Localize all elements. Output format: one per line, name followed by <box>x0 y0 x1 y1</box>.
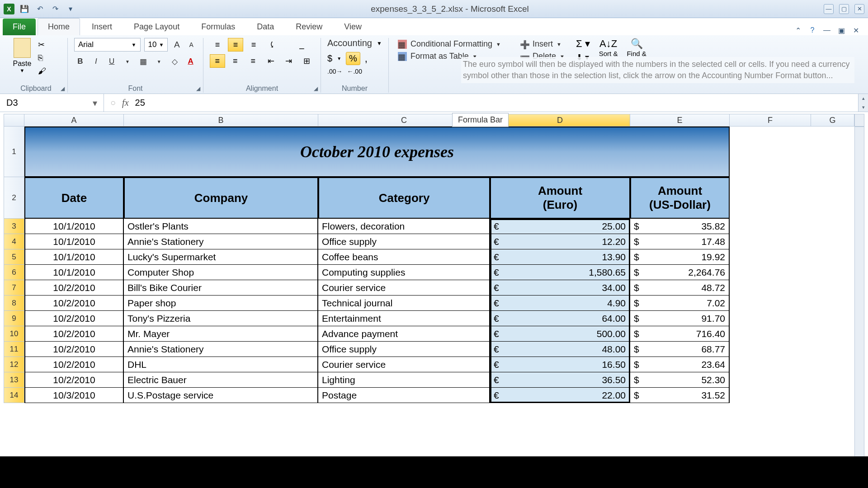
cell-amount-euro[interactable]: €36.50 <box>490 372 630 388</box>
cancel-formula-icon[interactable]: ○ <box>110 98 116 108</box>
vertical-scrollbar-track[interactable] <box>854 127 864 458</box>
cell-amount-euro[interactable]: €48.00 <box>490 342 630 357</box>
row-header-3[interactable]: 3 <box>4 219 24 234</box>
row-header-6[interactable]: 6 <box>4 265 24 280</box>
font-size-combo[interactable]: 10▼ <box>144 38 168 52</box>
align-middle-icon[interactable]: ≡ <box>228 38 243 52</box>
cell-category[interactable]: Technical journal <box>318 296 490 311</box>
cell-category[interactable]: Computing supplies <box>318 265 490 280</box>
row-header-7[interactable]: 7 <box>4 280 24 296</box>
row-header-9[interactable]: 9 <box>4 311 24 326</box>
italic-button[interactable]: I <box>90 55 102 68</box>
cell-date[interactable]: 10/1/2010 <box>24 234 124 249</box>
cell-category[interactable]: Postage <box>318 388 490 403</box>
fx-icon[interactable]: fx <box>122 98 128 108</box>
header-amount-usd[interactable]: Amount (US-Dollar) <box>630 177 730 219</box>
cell-category[interactable]: Entertainment <box>318 311 490 326</box>
align-right-icon[interactable]: ≡ <box>245 54 261 68</box>
title-cell[interactable]: October 2010 expenses <box>24 127 730 177</box>
maximize-button[interactable]: ▢ <box>839 4 849 14</box>
formula-input[interactable]: 25 <box>135 98 145 108</box>
cell-amount-usd[interactable]: $31.52 <box>630 388 730 403</box>
cell-date[interactable]: 10/2/2010 <box>24 372 124 388</box>
cell-date[interactable]: 10/2/2010 <box>24 342 124 357</box>
row-header-13[interactable]: 13 <box>4 372 24 388</box>
cell-amount-euro[interactable]: €500.00 <box>490 326 630 342</box>
align-bottom-icon[interactable]: ≡ <box>246 38 261 52</box>
formula-bar-expand[interactable]: ▴▾ <box>858 94 868 112</box>
cell-company[interactable]: Ostler's Plants <box>124 219 318 234</box>
cell-date[interactable]: 10/3/2010 <box>24 388 124 403</box>
undo-icon[interactable]: ↶ <box>34 4 45 14</box>
tab-page-layout[interactable]: Page Layout <box>124 19 189 35</box>
increase-decimal-icon[interactable]: .00→ <box>327 68 342 75</box>
row-header-5[interactable]: 5 <box>4 249 24 265</box>
cell-category[interactable]: Office supply <box>318 234 490 249</box>
font-dialog-icon[interactable]: ◢ <box>196 85 200 92</box>
tab-review[interactable]: Review <box>286 19 332 35</box>
row-header-2[interactable]: 2 <box>4 177 24 219</box>
window-restore-icon[interactable]: ▣ <box>836 25 846 35</box>
cell-date[interactable]: 10/2/2010 <box>24 311 124 326</box>
conditional-formatting-button[interactable]: ▦Conditional Formatting▼ <box>395 38 505 50</box>
column-header-B[interactable]: B <box>124 114 318 127</box>
autosum-icon[interactable]: Σ ▾ <box>576 38 590 50</box>
cell-date[interactable]: 10/2/2010 <box>24 280 124 296</box>
row-header-12[interactable]: 12 <box>4 357 24 372</box>
tab-insert[interactable]: Insert <box>82 19 122 35</box>
column-header-A[interactable]: A <box>24 114 124 127</box>
cell-date[interactable]: 10/2/2010 <box>24 296 124 311</box>
percent-icon[interactable]: % <box>346 52 360 65</box>
qat-dropdown-icon[interactable]: ▾ <box>65 4 76 14</box>
wrap-text-icon[interactable]: ⎯ <box>294 38 309 52</box>
cell-company[interactable]: Computer Shop <box>124 265 318 280</box>
fill-color-icon[interactable]: ◇ <box>169 55 181 68</box>
cell-amount-usd[interactable]: $68.77 <box>630 342 730 357</box>
cell-date[interactable]: 10/1/2010 <box>24 265 124 280</box>
orientation-icon[interactable]: ⤹ <box>264 38 279 52</box>
tab-home[interactable]: Home <box>38 18 80 35</box>
increase-indent-icon[interactable]: ⇥ <box>281 54 297 68</box>
cell-amount-usd[interactable]: $716.40 <box>630 326 730 342</box>
cell-company[interactable]: Mr. Mayer <box>124 326 318 342</box>
row-header-1[interactable]: 1 <box>4 127 24 177</box>
save-icon[interactable]: 💾 <box>19 4 30 14</box>
select-all-corner[interactable] <box>4 114 24 127</box>
row-header-10[interactable]: 10 <box>4 326 24 342</box>
insert-cells-button[interactable]: ➕Insert▼ <box>517 38 563 50</box>
cell-amount-euro[interactable]: €16.50 <box>490 357 630 372</box>
cell-amount-euro[interactable]: €22.00 <box>490 388 630 403</box>
cell-amount-usd[interactable]: $52.30 <box>630 372 730 388</box>
header-company[interactable]: Company <box>124 177 318 219</box>
row-header-8[interactable]: 8 <box>4 296 24 311</box>
tab-data[interactable]: Data <box>247 19 284 35</box>
cell-amount-euro[interactable]: €1,580.65 <box>490 265 630 280</box>
column-header-G[interactable]: G <box>811 114 854 127</box>
borders-icon[interactable]: ▦ <box>137 55 150 68</box>
workbook-close-icon[interactable]: ✕ <box>851 25 861 35</box>
cell-amount-euro[interactable]: €25.00 <box>490 219 630 234</box>
cell-amount-usd[interactable]: $2,264.76 <box>630 265 730 280</box>
minimize-button[interactable]: — <box>824 4 834 14</box>
cell-company[interactable]: Annie's Stationery <box>124 234 318 249</box>
cell-amount-usd[interactable]: $7.02 <box>630 296 730 311</box>
cell-amount-euro[interactable]: €12.20 <box>490 234 630 249</box>
header-date[interactable]: Date <box>24 177 124 219</box>
vertical-scrollbar[interactable] <box>854 114 864 127</box>
comma-icon[interactable]: , <box>365 53 368 65</box>
font-name-combo[interactable]: Arial▼ <box>74 38 141 52</box>
cell-date[interactable]: 10/1/2010 <box>24 249 124 265</box>
cell-category[interactable]: Office supply <box>318 342 490 357</box>
cell-company[interactable]: Electric Bauer <box>124 372 318 388</box>
cell-amount-euro[interactable]: €64.00 <box>490 311 630 326</box>
tab-file[interactable]: File <box>3 19 36 35</box>
chevron-down-icon[interactable]: ▼ <box>20 68 25 73</box>
name-box[interactable]: D3▾ <box>0 94 104 112</box>
header-category[interactable]: Category <box>318 177 490 219</box>
cell-company[interactable]: Lucky's Supermarket <box>124 249 318 265</box>
align-left-icon[interactable]: ≡ <box>210 54 225 68</box>
tab-view[interactable]: View <box>334 19 372 35</box>
column-header-D[interactable]: D <box>490 114 630 127</box>
cell-company[interactable]: Bill's Bike Courier <box>124 280 318 296</box>
cell-amount-usd[interactable]: $19.92 <box>630 249 730 265</box>
